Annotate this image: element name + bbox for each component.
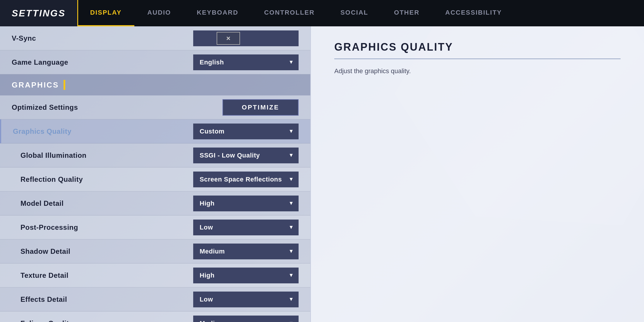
shadow-detail-value: Medium (200, 248, 225, 255)
graphics-section-title: GRAPHICS (12, 80, 59, 90)
global-illumination-value: SSGI - Low Quality (200, 152, 260, 159)
foliage-quality-row: Foliage Quality Medium ▼ (0, 311, 310, 322)
texture-detail-label: Texture Detail (20, 271, 68, 280)
tab-display[interactable]: DISPLAY (77, 0, 134, 26)
info-title: GRAPHICS QUALITY (334, 41, 621, 59)
game-language-value: English (200, 59, 224, 66)
tab-accessibility[interactable]: ACCESSIBILITY (432, 0, 515, 26)
graphics-section-header: GRAPHICS (0, 74, 310, 95)
graphics-quality-label: Graphics Quality (13, 127, 71, 136)
graphics-quality-value: Custom (200, 128, 225, 135)
effects-detail-arrow: ▼ (289, 296, 294, 302)
section-header-line (64, 80, 65, 90)
info-panel: GRAPHICS QUALITY Adjust the graphics qua… (310, 26, 644, 322)
effects-detail-dropdown[interactable]: Low ▼ (193, 292, 299, 307)
post-processing-label: Post-Processing (20, 223, 78, 232)
optimized-settings-label: Optimized Settings (12, 103, 78, 112)
reflection-quality-label: Reflection Quality (20, 175, 83, 184)
info-description: Adjust the graphics quality. (334, 66, 621, 76)
tab-other[interactable]: OTHER (381, 0, 432, 26)
vsync-toggle-empty (240, 32, 275, 45)
global-illumination-row: Global Illumination SSGI - Low Quality ▼ (0, 143, 310, 167)
tab-controller[interactable]: CONTROLLER (251, 0, 328, 26)
tab-keyboard[interactable]: KEYBOARD (184, 0, 251, 26)
vsync-toggle-x[interactable]: × (217, 32, 240, 45)
global-illumination-label: Global Illumination (20, 151, 87, 160)
texture-detail-dropdown[interactable]: High ▼ (193, 268, 299, 283)
vsync-label: V-Sync (12, 34, 36, 42)
model-detail-value: High (200, 200, 215, 207)
reflection-quality-dropdown[interactable]: Screen Space Reflections ▼ (193, 172, 299, 187)
graphics-quality-arrow: ▼ (289, 128, 294, 134)
post-processing-value: Low (200, 224, 213, 231)
texture-detail-value: High (200, 272, 215, 279)
foliage-quality-value: Medium (200, 320, 225, 322)
shadow-detail-label: Shadow Detail (20, 247, 71, 256)
topbar: SETTINGS DISPLAY AUDIO KEYBOARD CONTROLL… (0, 0, 644, 26)
graphics-quality-dropdown[interactable]: Custom ▼ (193, 124, 299, 139)
post-processing-arrow: ▼ (289, 224, 294, 230)
texture-detail-arrow: ▼ (289, 272, 294, 278)
model-detail-arrow: ▼ (289, 200, 294, 206)
model-detail-row: Model Detail High ▼ (0, 191, 310, 215)
game-language-arrow: ▼ (289, 59, 294, 65)
foliage-quality-dropdown[interactable]: Medium ▼ (193, 316, 299, 322)
game-language-row: Game Language English ▼ (0, 50, 310, 74)
model-detail-dropdown[interactable]: High ▼ (193, 196, 299, 211)
shadow-detail-row: Shadow Detail Medium ▼ (0, 239, 310, 263)
main-content: V-Sync × Game Language English ▼ GRAPHIC… (0, 26, 644, 322)
nav-tabs: DISPLAY AUDIO KEYBOARD CONTROLLER SOCIAL… (77, 0, 515, 26)
foliage-quality-label: Foliage Quality (20, 319, 73, 322)
texture-detail-row: Texture Detail High ▼ (0, 263, 310, 287)
effects-detail-label: Effects Detail (20, 295, 67, 304)
foliage-quality-arrow: ▼ (289, 320, 294, 322)
vsync-toggle[interactable]: × (193, 30, 299, 46)
game-language-dropdown[interactable]: English ▼ (193, 54, 299, 70)
app-title: SETTINGS (12, 8, 66, 19)
optimized-settings-row: Optimized Settings OPTIMIZE (0, 95, 310, 119)
optimize-button[interactable]: OPTIMIZE (222, 99, 299, 116)
vsync-row: V-Sync × (0, 26, 310, 50)
game-language-label: Game Language (12, 58, 68, 66)
reflection-quality-arrow: ▼ (289, 176, 294, 182)
reflection-quality-value: Screen Space Reflections (200, 176, 282, 183)
effects-detail-row: Effects Detail Low ▼ (0, 287, 310, 311)
settings-panel: V-Sync × Game Language English ▼ GRAPHIC… (0, 26, 310, 322)
post-processing-row: Post-Processing Low ▼ (0, 215, 310, 239)
graphics-quality-row: Graphics Quality Custom ▼ (0, 119, 310, 143)
shadow-detail-dropdown[interactable]: Medium ▼ (193, 244, 299, 259)
reflection-quality-row: Reflection Quality Screen Space Reflecti… (0, 167, 310, 191)
effects-detail-value: Low (200, 296, 213, 303)
global-illumination-dropdown[interactable]: SSGI - Low Quality ▼ (193, 148, 299, 163)
app-title-container: SETTINGS (0, 0, 77, 26)
tab-audio[interactable]: AUDIO (134, 0, 184, 26)
global-illumination-arrow: ▼ (289, 152, 294, 158)
tab-social[interactable]: SOCIAL (328, 0, 381, 26)
post-processing-dropdown[interactable]: Low ▼ (193, 220, 299, 235)
model-detail-label: Model Detail (20, 199, 64, 208)
shadow-detail-arrow: ▼ (289, 248, 294, 254)
